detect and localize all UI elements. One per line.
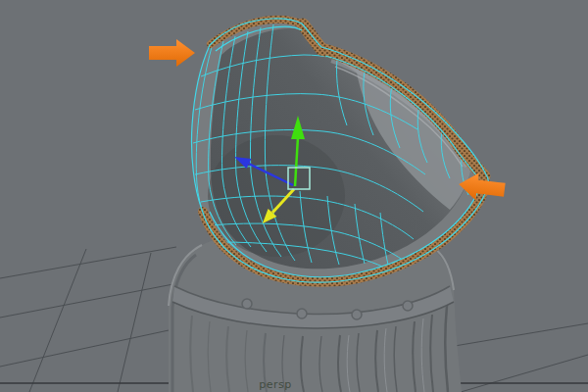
camera-label: persp xyxy=(259,378,292,391)
3d-viewport[interactable]: persp xyxy=(0,0,588,392)
viewport-canvas[interactable]: persp xyxy=(0,0,588,392)
